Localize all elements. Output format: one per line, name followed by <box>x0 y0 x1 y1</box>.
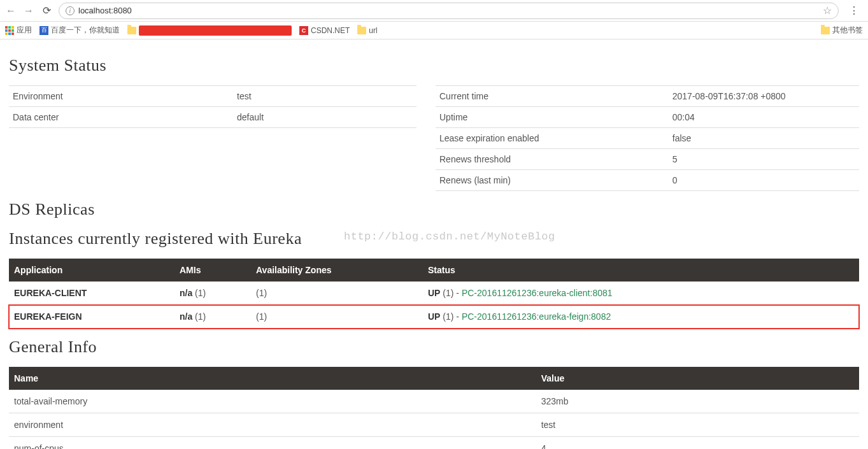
amis-cell: n/a (1) <box>174 282 251 305</box>
url-text: localhost:8080 <box>78 6 132 15</box>
col-az: Availability Zones <box>251 259 423 282</box>
browser-menu-icon[interactable]: ⋮ <box>845 4 863 17</box>
table-row: Data centerdefault <box>9 107 416 128</box>
value-cell: 5 <box>669 149 859 170</box>
app-cell: EUREKA-CLIENT <box>9 282 174 305</box>
key-cell: Data center <box>9 107 233 128</box>
value-cell: default <box>233 107 416 128</box>
table-row: EUREKA-CLIENTn/a (1)(1)UP (1) - PC-20161… <box>9 282 859 305</box>
value-cell: false <box>669 128 859 149</box>
value-cell: 0 <box>669 170 859 191</box>
instance-link[interactable]: PC-201611261236:eureka-feign:8082 <box>462 311 611 322</box>
bookmark-star-icon[interactable]: ☆ <box>823 4 832 17</box>
status-table-left: EnvironmenttestData centerdefault <box>9 85 416 128</box>
az-cell: (1) <box>251 282 423 305</box>
app-cell: EUREKA-FEIGN <box>9 305 174 329</box>
heading-system-status: System Status <box>9 56 859 75</box>
status-table-right: Current time2017-08-09T16:37:08 +0800Upt… <box>436 85 859 191</box>
table-row: Renews threshold5 <box>436 149 859 170</box>
name-cell: num-of-cpus <box>9 437 536 450</box>
heading-instances: Instances currently registered with Eure… <box>9 229 859 248</box>
amis-cell: n/a (1) <box>174 305 251 329</box>
status-cell: UP (1) - PC-201611261236:eureka-feign:80… <box>423 305 859 329</box>
apps-icon <box>5 26 14 35</box>
key-cell: Renews threshold <box>436 149 669 170</box>
value-cell: 2017-08-09T16:37:08 +0800 <box>669 86 859 107</box>
instance-link[interactable]: PC-201611261236:eureka-client:8081 <box>462 288 613 298</box>
key-cell: Uptime <box>436 107 669 128</box>
baidu-icon: 百 <box>39 26 48 35</box>
col-name: Name <box>9 367 536 390</box>
value-cell: 323mb <box>536 390 859 413</box>
col-amis: AMIs <box>174 259 251 282</box>
folder-icon <box>821 27 830 34</box>
value-cell: test <box>536 413 859 437</box>
status-cell: UP (1) - PC-201611261236:eureka-client:8… <box>423 282 859 305</box>
general-info-table: Name Value total-avail-memory323mbenviro… <box>9 367 859 449</box>
url-folder-label: url <box>369 26 377 35</box>
address-bar[interactable]: i localhost:8080 ☆ <box>59 3 839 19</box>
browser-toolbar: ← → ⟳ i localhost:8080 ☆ ⋮ <box>0 0 868 22</box>
other-bookmarks-label: 其他书签 <box>832 25 863 36</box>
reload-button[interactable]: ⟳ <box>41 4 52 17</box>
other-bookmarks[interactable]: 其他书签 <box>821 25 863 36</box>
key-cell: Renews (last min) <box>436 170 669 191</box>
name-cell: environment <box>9 413 536 437</box>
col-status: Status <box>423 259 859 282</box>
table-row: Renews (last min)0 <box>436 170 859 191</box>
table-row: Uptime00:04 <box>436 107 859 128</box>
value-cell: test <box>233 86 416 107</box>
baidu-label: 百度一下，你就知道 <box>51 25 120 36</box>
col-value: Value <box>536 367 859 390</box>
heading-ds-replicas: DS Replicas <box>9 200 859 219</box>
az-cell: (1) <box>251 305 423 329</box>
apps-label: 应用 <box>17 25 32 36</box>
table-row: total-avail-memory323mb <box>9 390 859 413</box>
table-row: num-of-cpus4 <box>9 437 859 450</box>
key-cell: Environment <box>9 86 233 107</box>
bookmarks-bar: 应用 百 百度一下，你就知道 C CSDN.NET url 其他书签 <box>0 22 868 39</box>
bookmark-redacted[interactable] <box>127 25 292 36</box>
status-columns: EnvironmenttestData centerdefault Curren… <box>9 85 859 191</box>
col-application: Application <box>9 259 174 282</box>
bookmark-csdn[interactable]: C CSDN.NET <box>299 26 350 35</box>
page-content: System Status EnvironmenttestData center… <box>0 39 868 449</box>
bookmark-baidu[interactable]: 百 百度一下，你就知道 <box>39 25 120 36</box>
table-row: Lease expiration enabledfalse <box>436 128 859 149</box>
key-cell: Current time <box>436 86 669 107</box>
bookmark-url-folder[interactable]: url <box>357 26 377 35</box>
table-row: environmenttest <box>9 413 859 437</box>
folder-icon <box>357 27 366 34</box>
table-row: Current time2017-08-09T16:37:08 +0800 <box>436 86 859 107</box>
instances-table: Application AMIs Availability Zones Stat… <box>9 259 859 329</box>
heading-general-info: General Info <box>9 338 859 357</box>
table-row: EUREKA-FEIGNn/a (1)(1)UP (1) - PC-201611… <box>9 305 859 329</box>
apps-shortcut[interactable]: 应用 <box>5 25 32 36</box>
back-button[interactable]: ← <box>5 5 17 17</box>
csdn-icon: C <box>299 26 308 35</box>
key-cell: Lease expiration enabled <box>436 128 669 149</box>
name-cell: total-avail-memory <box>9 390 536 413</box>
value-cell: 4 <box>536 437 859 450</box>
page-viewport[interactable]: System Status EnvironmenttestData center… <box>0 39 868 449</box>
table-row: Environmenttest <box>9 86 416 107</box>
redacted-area <box>139 25 292 36</box>
folder-icon <box>127 27 136 34</box>
info-icon[interactable]: i <box>66 6 75 15</box>
forward-button[interactable]: → <box>23 5 34 17</box>
csdn-label: CSDN.NET <box>311 26 350 35</box>
value-cell: 00:04 <box>669 107 859 128</box>
